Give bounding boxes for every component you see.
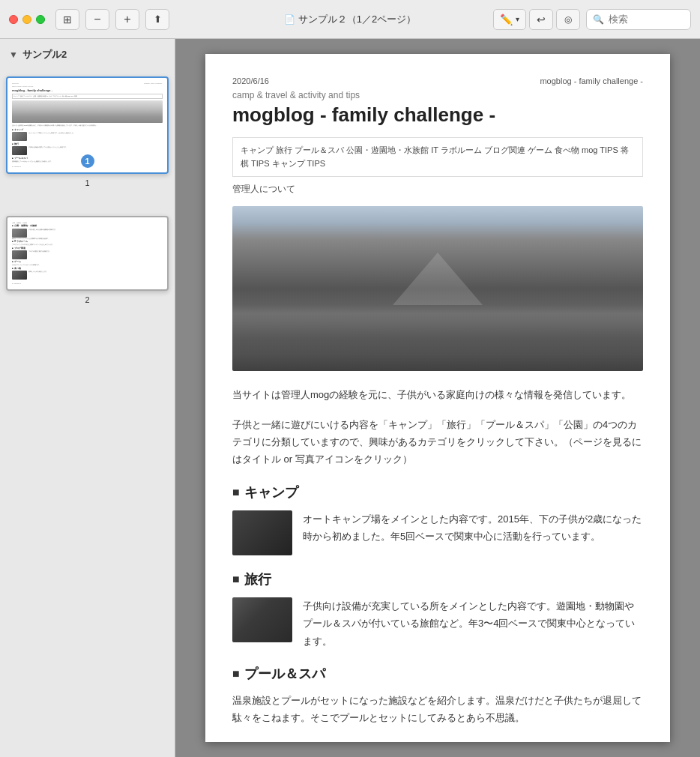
page-1-thumbnail[interactable]: 2020/6/16 mogblog - family challenge - c… xyxy=(6,76,169,174)
doc-pool-text: 温泉施設とプールがセットになった施設などを紹介します。温泉だけだと子供たちが退屈… xyxy=(232,692,643,727)
doc-subtitle: camp & travel & activity and tips xyxy=(232,90,643,100)
rotate-button[interactable]: ↩ xyxy=(529,9,553,30)
search-bar[interactable]: 🔍 xyxy=(586,9,691,30)
search-input[interactable] xyxy=(609,13,684,25)
sidebar-title: サンプル2 xyxy=(22,48,67,61)
doc-blog-name: mogblog - family challenge - xyxy=(540,76,643,85)
annotation-tools: ✏️ ▾ ↩ ◎ xyxy=(493,9,580,30)
pdf-icon: 📄 xyxy=(284,14,295,25)
search-icon: 🔍 xyxy=(593,14,604,25)
document-page: 2020/6/16 mogblog - family challenge - c… xyxy=(205,54,670,742)
minimize-button[interactable] xyxy=(22,15,31,24)
doc-travel-item: 子供向け設備が充実している所をメインとした内容です。遊園地・動物園やプール＆スパ… xyxy=(232,597,643,650)
sidebar-collapse-icon[interactable]: ▼ xyxy=(9,49,18,60)
doc-section-camp: キャンプ xyxy=(232,483,643,501)
doc-section-pool: プール＆スパ xyxy=(232,665,643,683)
titlebar-right: ✏️ ▾ ↩ ◎ 🔍 xyxy=(493,9,691,30)
zoom-in-button[interactable]: + xyxy=(115,9,139,30)
travel-text: 子供向け設備が充実している所をメインとした内容です。遊園地・動物園やプール＆スパ… xyxy=(303,597,643,650)
zoom-out-button[interactable]: − xyxy=(85,9,109,30)
main-area: ▼ サンプル2 2020/6/16 mogblog - family chall… xyxy=(0,39,700,757)
doc-admin-link[interactable]: 管理人について xyxy=(232,183,643,196)
doc-nav-bar: キャンプ 旅行 プール＆スパ 公園・遊園地・水族館 IT ラボルーム ブログ関連… xyxy=(232,137,643,177)
page-2-thumb-frame: 公園・遊園地・水族館 ■ 公園・遊園地・水族館 子供が楽しめる公園や遊園地の情報… xyxy=(6,216,169,291)
sidebar-header: ▼ サンプル2 xyxy=(6,45,169,67)
window-title: 📄 サンプル２（1／2ページ） xyxy=(284,13,416,26)
document-viewer[interactable]: 2020/6/16 mogblog - family challenge - c… xyxy=(175,39,700,757)
doc-meta-row: 2020/6/16 mogblog - family challenge - xyxy=(232,76,643,85)
page-2-thumbnail[interactable]: 公園・遊園地・水族館 ■ 公園・遊園地・水族館 子供が楽しめる公園や遊園地の情報… xyxy=(6,216,169,291)
titlebar-left: ⊞ − + ⬆ xyxy=(9,9,169,30)
camp-image xyxy=(232,510,292,555)
traffic-lights xyxy=(9,15,45,24)
pen-icon: ✏️ xyxy=(500,13,513,25)
find-button[interactable]: ◎ xyxy=(556,9,580,30)
share-button[interactable]: ⬆ xyxy=(145,9,169,30)
titlebar-center: 📄 サンプル２（1／2ページ） xyxy=(284,13,416,26)
pen-dropdown-icon: ▾ xyxy=(516,15,519,23)
doc-main-title: mogblog - family challenge - xyxy=(232,103,643,127)
doc-nav-text: キャンプ 旅行 プール＆スパ 公園・遊園地・水族館 IT ラボルーム ブログ関連… xyxy=(241,145,629,168)
sidebar-panel: ▼ サンプル2 2020/6/16 mogblog - family chall… xyxy=(0,39,175,757)
page-1-number: 1 xyxy=(85,178,89,187)
page-2-number: 2 xyxy=(85,295,89,304)
sidebar-toggle-button[interactable]: ⊞ xyxy=(55,9,79,30)
doc-date: 2020/6/16 xyxy=(232,76,269,85)
travel-image xyxy=(232,597,292,642)
titlebar: ⊞ − + ⬆ 📄 サンプル２（1／2ページ） ✏️ ▾ ↩ ◎ 🔍 xyxy=(0,0,700,39)
page-1-badge: 1 xyxy=(81,154,94,168)
pen-tool-button[interactable]: ✏️ ▾ xyxy=(493,9,526,30)
close-button[interactable] xyxy=(9,15,18,24)
doc-intro-1: 当サイトは管理人mogの経験を元に、子供がいる家庭向けの様々な情報を発信していま… xyxy=(232,386,643,403)
doc-intro-2: 子供と一緒に遊びにいける内容を「キャンプ」「旅行」「プール＆スパ」「公園」の4つ… xyxy=(232,416,643,468)
camp-text: オートキャンプ場をメインとした内容です。2015年、下の子供が2歳になった時から… xyxy=(303,510,643,546)
doc-section-travel: 旅行 xyxy=(232,570,643,588)
doc-hero-image xyxy=(232,206,643,371)
title-label: サンプル２（1／2ページ） xyxy=(298,13,416,26)
doc-camp-item: オートキャンプ場をメインとした内容です。2015年、下の子供が2歳になった時から… xyxy=(232,510,643,555)
fullscreen-button[interactable] xyxy=(36,15,45,24)
